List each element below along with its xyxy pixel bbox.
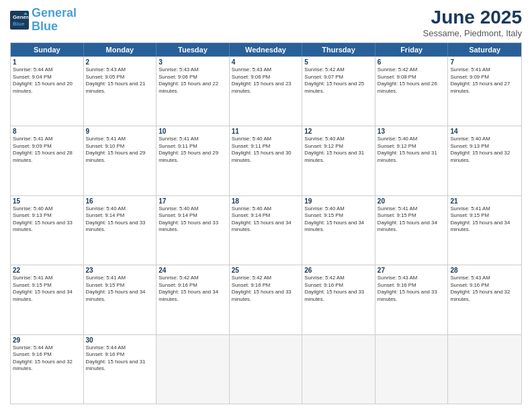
week-row-1: 1 Sunrise: 5:44 AMSunset: 9:04 PMDayligh… — [11, 56, 521, 126]
day-13: 13 Sunrise: 5:40 AMSunset: 9:12 PMDaylig… — [375, 126, 449, 195]
day-15: 15 Sunrise: 5:40 AMSunset: 9:13 PMDaylig… — [11, 196, 84, 265]
day-18: 18 Sunrise: 5:40 AMSunset: 9:14 PMDaylig… — [230, 196, 303, 265]
header-tuesday: Tuesday — [157, 43, 230, 56]
svg-text:General: General — [13, 14, 29, 20]
calendar-header: Sunday Monday Tuesday Wednesday Thursday… — [11, 43, 521, 56]
logo-icon: General Blue — [10, 11, 29, 30]
empty-cell-3 — [302, 335, 375, 404]
logo-text: GeneralBlue — [32, 7, 77, 34]
day-25: 25 Sunrise: 5:42 AMSunset: 9:16 PMDaylig… — [230, 265, 303, 334]
calendar: Sunday Monday Tuesday Wednesday Thursday… — [10, 42, 522, 404]
day-8: 8 Sunrise: 5:41 AMSunset: 9:09 PMDayligh… — [11, 126, 84, 195]
day-30: 30 Sunrise: 5:44 AMSunset: 9:16 PMDaylig… — [84, 335, 157, 404]
day-7: 7 Sunrise: 5:41 AMSunset: 9:09 PMDayligh… — [448, 57, 521, 126]
logo: General Blue GeneralBlue — [10, 7, 77, 34]
day-27: 27 Sunrise: 5:43 AMSunset: 9:16 PMDaylig… — [375, 265, 449, 334]
day-21: 21 Sunrise: 5:41 AMSunset: 9:15 PMDaylig… — [448, 196, 521, 265]
week-row-3: 15 Sunrise: 5:40 AMSunset: 9:13 PMDaylig… — [11, 195, 521, 265]
day-3: 3 Sunrise: 5:43 AMSunset: 9:06 PMDayligh… — [157, 57, 230, 126]
day-23: 23 Sunrise: 5:41 AMSunset: 9:15 PMDaylig… — [84, 265, 157, 334]
empty-cell-4 — [375, 335, 449, 404]
header: General Blue GeneralBlue June 2025 Sessa… — [10, 7, 522, 38]
day-24: 24 Sunrise: 5:42 AMSunset: 9:16 PMDaylig… — [157, 265, 230, 334]
day-10: 10 Sunrise: 5:41 AMSunset: 9:11 PMDaylig… — [157, 126, 230, 195]
title-block: June 2025 Sessame, Piedmont, Italy — [423, 7, 522, 38]
day-5: 5 Sunrise: 5:42 AMSunset: 9:07 PMDayligh… — [302, 57, 375, 126]
day-16: 16 Sunrise: 5:40 AMSunset: 9:14 PMDaylig… — [84, 196, 157, 265]
header-thursday: Thursday — [302, 43, 375, 56]
week-row-4: 22 Sunrise: 5:41 AMSunset: 9:15 PMDaylig… — [11, 265, 521, 334]
day-12: 12 Sunrise: 5:40 AMSunset: 9:12 PMDaylig… — [302, 126, 375, 195]
header-wednesday: Wednesday — [230, 43, 303, 56]
day-28: 28 Sunrise: 5:43 AMSunset: 9:16 PMDaylig… — [448, 265, 521, 334]
day-29: 29 Sunrise: 5:44 AMSunset: 9:16 PMDaylig… — [11, 335, 84, 404]
month-title: June 2025 — [423, 7, 522, 28]
header-saturday: Saturday — [448, 43, 521, 56]
header-sunday: Sunday — [11, 43, 84, 56]
day-2: 2 Sunrise: 5:43 AMSunset: 9:05 PMDayligh… — [84, 57, 157, 126]
day-6: 6 Sunrise: 5:42 AMSunset: 9:08 PMDayligh… — [375, 57, 449, 126]
svg-text:Blue: Blue — [13, 21, 25, 27]
day-14: 14 Sunrise: 5:40 AMSunset: 9:13 PMDaylig… — [448, 126, 521, 195]
location-subtitle: Sessame, Piedmont, Italy — [423, 28, 522, 38]
header-friday: Friday — [375, 43, 449, 56]
empty-cell-2 — [230, 335, 303, 404]
day-26: 26 Sunrise: 5:42 AMSunset: 9:16 PMDaylig… — [302, 265, 375, 334]
day-19: 19 Sunrise: 5:40 AMSunset: 9:15 PMDaylig… — [302, 196, 375, 265]
page: General Blue GeneralBlue June 2025 Sessa… — [0, 0, 532, 411]
week-row-5: 29 Sunrise: 5:44 AMSunset: 9:16 PMDaylig… — [11, 334, 521, 404]
header-monday: Monday — [84, 43, 157, 56]
week-row-2: 8 Sunrise: 5:41 AMSunset: 9:09 PMDayligh… — [11, 126, 521, 195]
day-1: 1 Sunrise: 5:44 AMSunset: 9:04 PMDayligh… — [11, 57, 84, 126]
day-17: 17 Sunrise: 5:40 AMSunset: 9:14 PMDaylig… — [157, 196, 230, 265]
day-20: 20 Sunrise: 5:41 AMSunset: 9:15 PMDaylig… — [375, 196, 449, 265]
day-11: 11 Sunrise: 5:40 AMSunset: 9:11 PMDaylig… — [230, 126, 303, 195]
day-4: 4 Sunrise: 5:43 AMSunset: 9:06 PMDayligh… — [230, 57, 303, 126]
empty-cell-5 — [448, 335, 521, 404]
calendar-body: 1 Sunrise: 5:44 AMSunset: 9:04 PMDayligh… — [11, 56, 521, 404]
day-9: 9 Sunrise: 5:41 AMSunset: 9:10 PMDayligh… — [84, 126, 157, 195]
day-22: 22 Sunrise: 5:41 AMSunset: 9:15 PMDaylig… — [11, 265, 84, 334]
empty-cell-1 — [157, 335, 230, 404]
